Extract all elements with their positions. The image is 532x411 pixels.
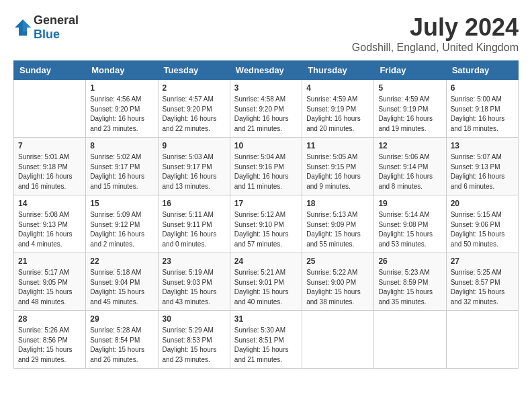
day-info: Sunrise: 5:07 AM Sunset: 9:13 PM Dayligh… [451,152,514,191]
weekday-header-row: Sunday Monday Tuesday Wednesday Thursday… [14,61,519,80]
header-friday: Friday [374,61,446,80]
header-saturday: Saturday [446,61,518,80]
day-info: Sunrise: 5:11 AM Sunset: 9:11 PM Dayligh… [163,210,226,249]
day-info: Sunrise: 5:21 AM Sunset: 9:01 PM Dayligh… [234,268,298,307]
header-tuesday: Tuesday [158,61,230,80]
logo-icon [13,18,32,37]
day-number: 3 [234,83,298,93]
week-row-2: 7Sunrise: 5:01 AM Sunset: 9:18 PM Daylig… [14,138,519,195]
day-info: Sunrise: 5:12 AM Sunset: 9:10 PM Dayligh… [234,210,298,249]
day-number: 20 [451,199,514,208]
table-row: 29Sunrise: 5:28 AM Sunset: 8:54 PM Dayli… [86,311,158,369]
day-number: 29 [90,314,153,324]
day-info: Sunrise: 5:17 AM Sunset: 9:05 PM Dayligh… [18,268,81,307]
day-number: 24 [234,257,298,266]
table-row: 10Sunrise: 5:04 AM Sunset: 9:16 PM Dayli… [230,138,302,195]
day-number: 2 [163,83,226,93]
table-row: 18Sunrise: 5:13 AM Sunset: 9:09 PM Dayli… [302,195,374,253]
day-info: Sunrise: 5:19 AM Sunset: 9:03 PM Dayligh… [163,268,226,307]
day-number: 23 [163,257,226,266]
day-number: 16 [163,199,226,208]
table-row: 4Sunrise: 4:59 AM Sunset: 9:19 PM Daylig… [302,80,374,138]
calendar-table: Sunday Monday Tuesday Wednesday Thursday… [13,60,519,369]
day-info: Sunrise: 5:05 AM Sunset: 9:15 PM Dayligh… [306,152,369,191]
table-row [446,311,518,369]
day-info: Sunrise: 5:23 AM Sunset: 8:59 PM Dayligh… [378,268,441,307]
table-row: 30Sunrise: 5:29 AM Sunset: 8:53 PM Dayli… [158,311,230,369]
table-row: 14Sunrise: 5:08 AM Sunset: 9:13 PM Dayli… [14,195,86,253]
table-row: 24Sunrise: 5:21 AM Sunset: 9:01 PM Dayli… [230,253,302,311]
table-row: 25Sunrise: 5:22 AM Sunset: 9:00 PM Dayli… [302,253,374,311]
table-row: 27Sunrise: 5:25 AM Sunset: 8:57 PM Dayli… [446,253,518,311]
table-row: 2Sunrise: 4:57 AM Sunset: 9:20 PM Daylig… [158,80,230,138]
header-sunday: Sunday [14,61,86,80]
table-row: 8Sunrise: 5:02 AM Sunset: 9:17 PM Daylig… [86,138,158,195]
table-row: 28Sunrise: 5:26 AM Sunset: 8:56 PM Dayli… [14,311,86,369]
day-number: 6 [451,83,514,93]
title-area: July 2024 Godshill, England, United King… [352,13,519,54]
logo-text: General Blue [34,13,79,42]
day-info: Sunrise: 5:30 AM Sunset: 8:51 PM Dayligh… [234,326,298,365]
table-row: 3Sunrise: 4:58 AM Sunset: 9:20 PM Daylig… [230,80,302,138]
table-row: 1Sunrise: 4:56 AM Sunset: 9:20 PM Daylig… [86,80,158,138]
table-row: 16Sunrise: 5:11 AM Sunset: 9:11 PM Dayli… [158,195,230,253]
week-row-1: 1Sunrise: 4:56 AM Sunset: 9:20 PM Daylig… [14,80,519,138]
logo: General Blue [13,13,79,42]
week-row-4: 21Sunrise: 5:17 AM Sunset: 9:05 PM Dayli… [14,253,519,311]
table-row: 11Sunrise: 5:05 AM Sunset: 9:15 PM Dayli… [302,138,374,195]
day-info: Sunrise: 4:59 AM Sunset: 9:19 PM Dayligh… [306,95,369,134]
day-info: Sunrise: 5:01 AM Sunset: 9:18 PM Dayligh… [18,152,81,191]
day-info: Sunrise: 5:09 AM Sunset: 9:12 PM Dayligh… [90,210,153,249]
day-number: 30 [163,314,226,324]
day-info: Sunrise: 5:08 AM Sunset: 9:13 PM Dayligh… [18,210,81,249]
day-number: 26 [378,257,441,266]
day-info: Sunrise: 4:56 AM Sunset: 9:20 PM Dayligh… [90,95,153,134]
day-info: Sunrise: 5:18 AM Sunset: 9:04 PM Dayligh… [90,268,153,307]
logo-blue: Blue [34,28,60,41]
day-info: Sunrise: 4:59 AM Sunset: 9:19 PM Dayligh… [378,95,441,134]
table-row: 6Sunrise: 5:00 AM Sunset: 9:18 PM Daylig… [446,80,518,138]
day-number: 25 [306,257,369,266]
day-number: 9 [163,141,226,150]
day-number: 7 [18,141,81,150]
day-info: Sunrise: 5:02 AM Sunset: 9:17 PM Dayligh… [90,152,153,191]
table-row [14,80,86,138]
day-info: Sunrise: 5:15 AM Sunset: 9:06 PM Dayligh… [451,210,514,249]
table-row: 22Sunrise: 5:18 AM Sunset: 9:04 PM Dayli… [86,253,158,311]
table-row [302,311,374,369]
day-info: Sunrise: 5:06 AM Sunset: 9:14 PM Dayligh… [378,152,441,191]
week-row-5: 28Sunrise: 5:26 AM Sunset: 8:56 PM Dayli… [14,311,519,369]
table-row: 31Sunrise: 5:30 AM Sunset: 8:51 PM Dayli… [230,311,302,369]
day-info: Sunrise: 5:22 AM Sunset: 9:00 PM Dayligh… [306,268,369,307]
table-row: 13Sunrise: 5:07 AM Sunset: 9:13 PM Dayli… [446,138,518,195]
table-row: 7Sunrise: 5:01 AM Sunset: 9:18 PM Daylig… [14,138,86,195]
svg-marker-1 [23,19,31,32]
day-number: 13 [451,141,514,150]
day-number: 19 [378,199,441,208]
day-info: Sunrise: 5:03 AM Sunset: 9:17 PM Dayligh… [163,152,226,191]
table-row: 26Sunrise: 5:23 AM Sunset: 8:59 PM Dayli… [374,253,446,311]
location-title: Godshill, England, United Kingdom [352,42,519,54]
day-info: Sunrise: 5:00 AM Sunset: 9:18 PM Dayligh… [451,95,514,134]
header-thursday: Thursday [302,61,374,80]
day-number: 10 [234,141,298,150]
table-row: 19Sunrise: 5:14 AM Sunset: 9:08 PM Dayli… [374,195,446,253]
table-row: 21Sunrise: 5:17 AM Sunset: 9:05 PM Dayli… [14,253,86,311]
day-number: 15 [90,199,153,208]
logo-general: General [34,13,79,27]
day-number: 31 [234,314,298,324]
day-number: 18 [306,199,369,208]
day-number: 22 [90,257,153,266]
page-header: General Blue July 2024 Godshill, England… [13,13,519,54]
day-info: Sunrise: 5:04 AM Sunset: 9:16 PM Dayligh… [234,152,298,191]
week-row-3: 14Sunrise: 5:08 AM Sunset: 9:13 PM Dayli… [14,195,519,253]
day-info: Sunrise: 5:14 AM Sunset: 9:08 PM Dayligh… [378,210,441,249]
day-number: 11 [306,141,369,150]
day-info: Sunrise: 4:58 AM Sunset: 9:20 PM Dayligh… [234,95,298,134]
day-info: Sunrise: 5:25 AM Sunset: 8:57 PM Dayligh… [451,268,514,307]
table-row [374,311,446,369]
day-number: 27 [451,257,514,266]
table-row: 5Sunrise: 4:59 AM Sunset: 9:19 PM Daylig… [374,80,446,138]
day-number: 4 [306,83,369,93]
table-row: 9Sunrise: 5:03 AM Sunset: 9:17 PM Daylig… [158,138,230,195]
